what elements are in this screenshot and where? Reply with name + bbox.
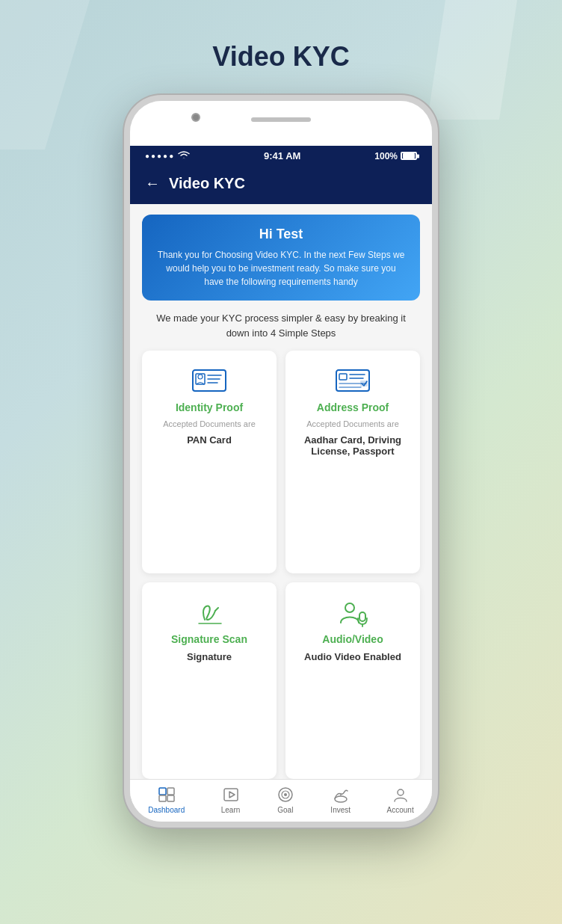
phone-top-hardware bbox=[130, 101, 432, 146]
nav-learn[interactable]: Learn bbox=[221, 786, 241, 814]
svg-marker-22 bbox=[229, 792, 235, 798]
svg-rect-19 bbox=[159, 795, 166, 801]
dashboard-icon bbox=[158, 786, 176, 804]
audio-video-title: Audio/Video bbox=[322, 633, 383, 645]
nav-account[interactable]: Account bbox=[387, 786, 414, 814]
svg-rect-18 bbox=[167, 788, 174, 795]
svg-point-25 bbox=[284, 793, 287, 796]
screen-content: Hi Test Thank you for Choosing Video KYC… bbox=[130, 204, 432, 779]
nav-dashboard[interactable]: Dashboard bbox=[148, 786, 185, 814]
learn-label: Learn bbox=[221, 806, 241, 814]
app-header: ← Video KYC bbox=[130, 166, 432, 204]
phone-speaker bbox=[251, 117, 311, 122]
address-card-icon bbox=[334, 366, 371, 395]
identity-proof-doc: PAN Card bbox=[187, 434, 232, 446]
identity-proof-title: Identity Proof bbox=[176, 401, 243, 413]
identity-proof-subtitle: Accepted Documents are bbox=[163, 419, 256, 428]
bg-decoration-right bbox=[427, 0, 517, 120]
welcome-banner: Hi Test Thank you for Choosing Video KYC… bbox=[142, 215, 420, 301]
svg-point-2 bbox=[198, 375, 203, 379]
address-proof-subtitle: Accepted Documents are bbox=[306, 419, 399, 428]
phone-camera bbox=[191, 113, 200, 122]
account-icon bbox=[392, 786, 410, 804]
svg-rect-17 bbox=[159, 788, 166, 795]
address-proof-card[interactable]: Address Proof Accepted Documents are Aad… bbox=[285, 351, 420, 573]
page-title: Video KYC bbox=[212, 41, 349, 73]
account-label: Account bbox=[387, 806, 414, 814]
back-button[interactable]: ← bbox=[145, 175, 160, 192]
header-title: Video KYC bbox=[169, 175, 245, 192]
welcome-greeting: Hi Test bbox=[157, 227, 405, 242]
steps-info: We made your KYC process simpler & easy … bbox=[130, 311, 432, 351]
audio-video-icon bbox=[334, 597, 371, 627]
svg-rect-21 bbox=[224, 789, 238, 801]
svg-point-28 bbox=[398, 789, 404, 795]
svg-point-26 bbox=[335, 796, 347, 802]
id-card-icon bbox=[191, 366, 228, 395]
svg-rect-20 bbox=[167, 795, 174, 801]
phone-frame: ●●●●● 9:41 AM 100% ← Video KY bbox=[124, 95, 438, 828]
svg-point-14 bbox=[345, 603, 354, 612]
signal-dots: ●●●●● bbox=[145, 152, 175, 160]
invest-label: Invest bbox=[330, 806, 351, 814]
audio-video-doc: Audio Video Enabled bbox=[304, 651, 401, 662]
address-proof-title: Address Proof bbox=[317, 401, 389, 413]
kyc-cards-grid: Identity Proof Accepted Documents are PA… bbox=[130, 351, 432, 779]
phone-screen: ●●●●● 9:41 AM 100% ← Video KY bbox=[130, 146, 432, 822]
svg-rect-7 bbox=[339, 374, 347, 380]
status-time: 9:41 AM bbox=[264, 150, 300, 161]
signature-icon bbox=[191, 597, 228, 627]
battery-icon bbox=[401, 152, 417, 160]
nav-goal[interactable]: Goal bbox=[277, 786, 294, 814]
signature-scan-card[interactable]: Signature Scan Signature bbox=[142, 582, 277, 779]
learn-icon bbox=[222, 786, 240, 804]
goal-icon bbox=[277, 786, 294, 804]
nav-invest[interactable]: Invest bbox=[330, 786, 351, 814]
status-left: ●●●●● bbox=[145, 150, 190, 161]
svg-rect-0 bbox=[193, 370, 226, 391]
audio-video-card[interactable]: Audio/Video Audio Video Enabled bbox=[285, 582, 420, 779]
signature-scan-title: Signature Scan bbox=[171, 633, 247, 645]
wifi-icon bbox=[178, 150, 190, 161]
dashboard-label: Dashboard bbox=[148, 806, 185, 814]
status-right: 100% bbox=[374, 151, 417, 161]
bottom-navigation: Dashboard Learn bbox=[130, 779, 432, 822]
svg-rect-15 bbox=[359, 612, 365, 621]
goal-label: Goal bbox=[277, 806, 293, 814]
status-bar: ●●●●● 9:41 AM 100% bbox=[130, 146, 432, 166]
signature-scan-doc: Signature bbox=[187, 651, 232, 662]
battery-percentage: 100% bbox=[374, 151, 398, 161]
identity-proof-card[interactable]: Identity Proof Accepted Documents are PA… bbox=[142, 351, 277, 573]
welcome-message: Thank you for Choosing Video KYC. In the… bbox=[157, 248, 405, 289]
address-proof-doc: Aadhar Card, Driving License, Passport bbox=[294, 434, 411, 457]
invest-icon bbox=[332, 786, 350, 804]
